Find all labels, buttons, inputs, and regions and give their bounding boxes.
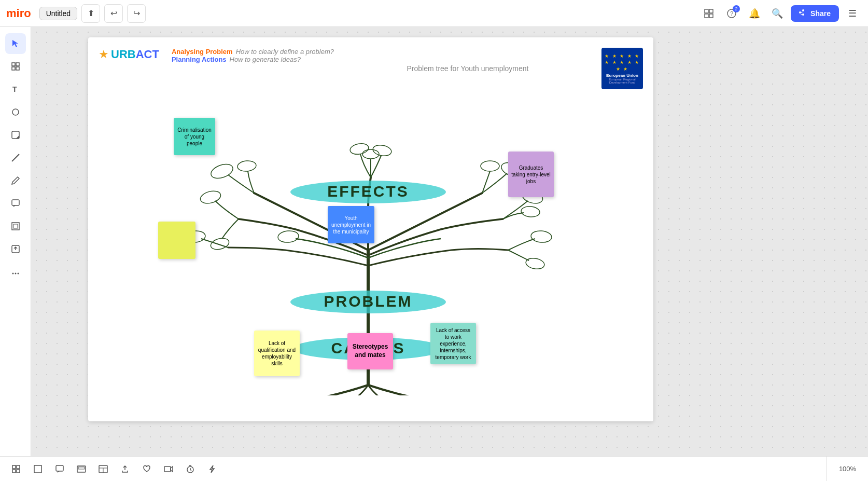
bolt-bottom-icon[interactable] (204, 461, 220, 477)
analysing-sub: How to clearly define a problem? (236, 48, 334, 56)
svg-rect-9 (16, 63, 19, 66)
navbar: miro Untitled ⬆ ↩ ↪ ? 2 🔔 🔍 Share ☰ (0, 0, 868, 27)
svg-point-13 (12, 109, 19, 115)
export-bottom-icon[interactable] (117, 461, 133, 477)
svg-line-6 (801, 12, 803, 13)
eu-stars-icon: ★ ★ ★ ★ ★★ ★ ★ ★ ★★ ★ (605, 53, 640, 73)
svg-rect-11 (16, 67, 19, 70)
urbact-text: URBACT (111, 48, 159, 61)
svg-point-37 (209, 237, 230, 252)
line-tool[interactable] (5, 147, 26, 168)
redo-button[interactable]: ↪ (127, 4, 146, 23)
svg-rect-45 (17, 465, 20, 469)
video-bottom-icon[interactable] (161, 461, 176, 477)
svg-point-36 (277, 230, 299, 243)
svg-point-24 (237, 160, 257, 172)
svg-rect-47 (17, 470, 20, 473)
svg-point-22 (17, 273, 19, 274)
svg-rect-55 (164, 466, 171, 472)
svg-rect-2 (705, 14, 708, 18)
board-header: ★ URBACT Analysing Problem How to clearl… (99, 48, 643, 89)
frame-bottom-icon[interactable] (30, 461, 46, 477)
problem-tree-title: Problem tree for Youth unemployment (407, 64, 528, 73)
app-logo: miro (6, 7, 31, 20)
svg-text:EFFECTS: EFFECTS (327, 183, 409, 200)
text-tool[interactable]: T (5, 79, 26, 100)
bottom-toolbar (0, 456, 827, 481)
svg-text:T: T (12, 85, 17, 93)
tab-title: Untitled (46, 9, 71, 18)
upload-tool[interactable] (5, 239, 26, 259)
comment-tool[interactable] (5, 193, 26, 214)
eu-text: European Union (606, 73, 638, 78)
svg-text:PROBLEM: PROBLEM (324, 293, 413, 310)
sticky-criminalisation[interactable]: Criminalisation of young people (174, 118, 215, 155)
canvas[interactable]: ★ URBACT Analysing Problem How to clearl… (31, 27, 868, 456)
svg-line-15 (12, 154, 19, 161)
sticky-access[interactable]: Lack of access to work experience, inter… (430, 323, 476, 364)
analysing-label: Analysing Problem (172, 48, 233, 56)
timer-bottom-icon[interactable] (183, 461, 198, 477)
sticky-qualification[interactable]: Lack of qualification and employability … (254, 331, 300, 376)
urbact-star-icon: ★ (99, 48, 109, 61)
svg-point-32 (521, 205, 540, 217)
menu-icon[interactable]: ☰ (843, 4, 862, 23)
svg-point-20 (12, 273, 13, 274)
more-tool[interactable] (5, 262, 26, 282)
help-icon[interactable]: ? 2 (722, 4, 741, 23)
svg-rect-44 (12, 465, 16, 469)
share-label: Share (810, 9, 831, 18)
search-icon[interactable]: 🔍 (768, 4, 787, 23)
svg-rect-17 (12, 223, 19, 230)
eu-logo: ★ ★ ★ ★ ★★ ★ ★ ★ ★★ ★ European Union Eur… (601, 48, 643, 89)
expand-bottom-icon[interactable] (74, 461, 89, 477)
svg-point-29 (481, 161, 499, 171)
comment-bottom-icon[interactable] (52, 461, 67, 477)
svg-point-23 (209, 161, 235, 181)
cursor-tool[interactable] (5, 33, 26, 54)
circle-tool[interactable] (5, 102, 26, 122)
grid-bottom-icon[interactable] (8, 461, 24, 477)
sticky-youth[interactable]: Youth unemployment in the municipality (328, 206, 374, 243)
urbact-logo: ★ URBACT (99, 48, 159, 61)
templates-icon[interactable] (699, 4, 718, 23)
frame-tool[interactable] (5, 216, 26, 237)
zoom-indicator[interactable]: 100% (827, 456, 868, 481)
planning-sub: How to generate ideas? (230, 56, 301, 63)
notification-badge: 2 (733, 5, 740, 12)
svg-rect-51 (78, 467, 85, 469)
sticky-yellow[interactable] (158, 222, 195, 259)
sticky-graduates[interactable]: Graduates taking entry-level jobs (508, 152, 554, 197)
bell-icon[interactable]: 🔔 (745, 4, 764, 23)
svg-rect-16 (12, 200, 19, 205)
sticky-tool[interactable] (5, 125, 26, 145)
eu-sub: European RegionalDevelopment Fund (609, 78, 635, 84)
nav-right: ? 2 🔔 🔍 Share ☰ (699, 4, 862, 23)
left-toolbar: T (0, 27, 31, 456)
tab-untitled[interactable]: Untitled (39, 7, 77, 20)
pencil-tool[interactable] (5, 170, 26, 191)
svg-point-34 (530, 230, 552, 243)
svg-rect-48 (34, 465, 41, 473)
grid-tool[interactable] (5, 56, 26, 77)
svg-point-21 (15, 273, 16, 274)
undo-button[interactable]: ↩ (104, 4, 123, 23)
share-button[interactable]: Share (791, 5, 839, 22)
export-button[interactable]: ⬆ (81, 4, 100, 23)
svg-rect-0 (705, 9, 708, 13)
svg-point-35 (525, 257, 545, 270)
svg-rect-18 (13, 224, 18, 228)
svg-rect-46 (12, 470, 16, 473)
svg-rect-10 (12, 67, 15, 70)
layout-bottom-icon[interactable] (95, 461, 111, 477)
planning-label: Planning Actions (172, 56, 227, 63)
svg-point-25 (349, 142, 370, 156)
svg-rect-3 (709, 14, 713, 18)
zoom-level: 100% (839, 465, 856, 473)
whiteboard: ★ URBACT Analysing Problem How to clearl… (88, 37, 653, 421)
svg-rect-8 (12, 63, 15, 66)
like-bottom-icon[interactable] (139, 461, 155, 477)
header-labels: Analysing Problem How to clearly define … (172, 48, 334, 63)
svg-rect-49 (56, 465, 63, 471)
sticky-stereotypes[interactable]: Stereotypes and mates (347, 333, 393, 369)
